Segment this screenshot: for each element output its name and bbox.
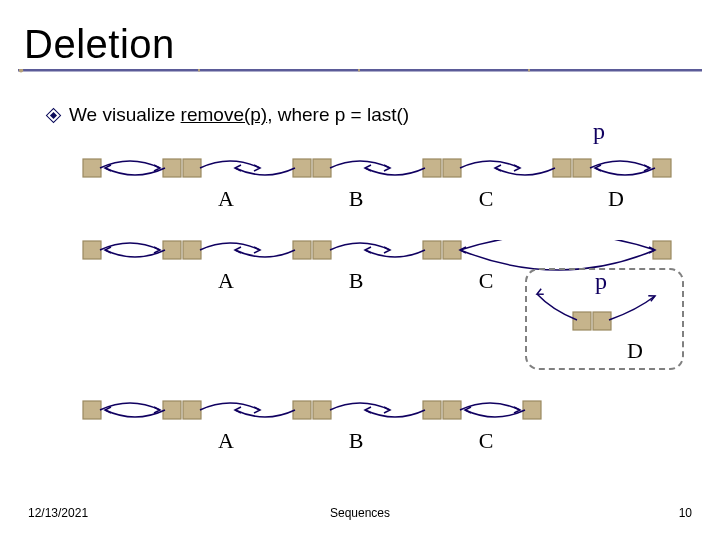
row1-label-B: B bbox=[349, 186, 364, 211]
dll-row-3: A B C bbox=[70, 400, 690, 460]
footer-title: Sequences bbox=[0, 506, 720, 520]
dll-row-1: A B C D bbox=[70, 158, 690, 218]
row1-label-A: A bbox=[218, 186, 234, 211]
svg-rect-2 bbox=[198, 69, 200, 72]
svg-point-1 bbox=[19, 69, 23, 73]
bullet-method: remove(p) bbox=[181, 104, 268, 126]
svg-rect-3 bbox=[358, 69, 360, 72]
row2-label-A: A bbox=[218, 268, 234, 293]
bullet-text-prefix: We visualize bbox=[69, 104, 181, 126]
diamond-icon bbox=[48, 110, 59, 121]
row1-label-D: D bbox=[608, 186, 624, 211]
row2-label-C: C bbox=[479, 268, 494, 293]
row3-label-B: B bbox=[349, 428, 364, 453]
title-block: Deletion bbox=[18, 22, 702, 71]
bullet-text-suffix: , where p = last() bbox=[267, 104, 409, 126]
row2-label-B: B bbox=[349, 268, 364, 293]
pointer-label-p: p bbox=[593, 118, 605, 145]
svg-rect-4 bbox=[528, 69, 530, 72]
row3-label-C: C bbox=[479, 428, 494, 453]
title-text: Deletion bbox=[24, 22, 175, 66]
removed-D-label: D bbox=[627, 338, 643, 363]
row1-label-C: C bbox=[479, 186, 494, 211]
row3-label-A: A bbox=[218, 428, 234, 453]
page-title: Deletion bbox=[18, 22, 702, 71]
title-underline bbox=[18, 69, 702, 73]
footer-page: 10 bbox=[679, 506, 692, 520]
removed-node-svg: D bbox=[527, 270, 682, 368]
bullet-item: We visualize remove(p) , where p = last(… bbox=[48, 104, 409, 126]
removed-group: p D bbox=[525, 268, 684, 370]
